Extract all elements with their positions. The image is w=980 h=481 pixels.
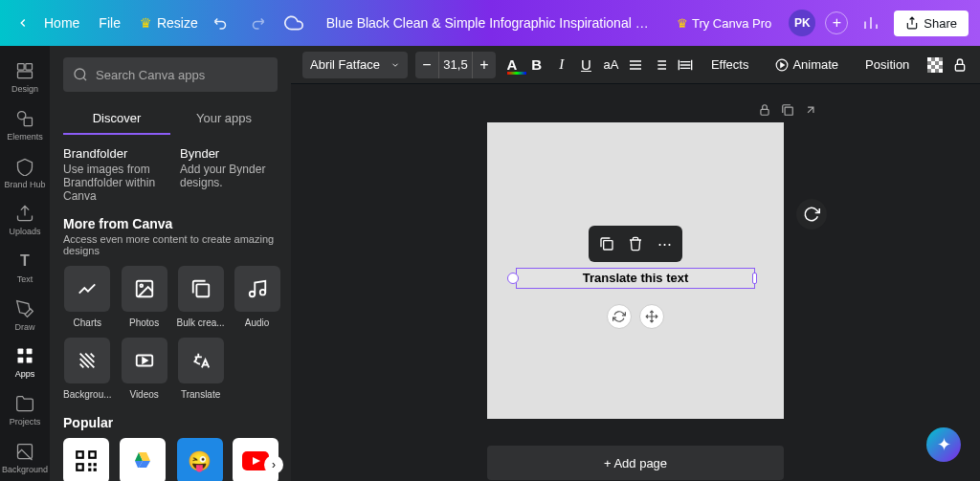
app-label: Charts — [63, 317, 112, 328]
app-title: Bynder — [180, 146, 278, 161]
svg-point-12 — [140, 284, 143, 287]
effects-button[interactable]: Effects — [702, 57, 759, 72]
background-icon — [14, 441, 35, 462]
app-bulk-create[interactable]: Bulk crea... — [177, 266, 225, 328]
delete-element-button[interactable] — [623, 231, 648, 256]
more-from-canva-title: More from Canva — [63, 216, 278, 231]
font-size-increase[interactable]: + — [473, 52, 496, 78]
font-size-decrease[interactable]: − — [415, 52, 438, 78]
canvas-page[interactable]: ⋯ Translate this text — [487, 122, 784, 419]
app-videos[interactable]: Videos — [122, 338, 167, 400]
translate-icon — [178, 338, 224, 383]
rail-elements[interactable]: Elements — [0, 101, 50, 149]
tab-your-apps[interactable]: Your apps — [170, 103, 278, 135]
svg-rect-31 — [935, 57, 939, 61]
list-button[interactable] — [652, 52, 669, 78]
text-color-button[interactable]: A — [503, 52, 521, 78]
file-menu[interactable]: File — [99, 15, 121, 31]
analytics-button[interactable] — [858, 10, 884, 36]
page-expand-button[interactable] — [804, 103, 817, 117]
cloud-status-icon[interactable] — [280, 10, 307, 36]
svg-rect-39 — [761, 109, 768, 115]
home-link[interactable]: Home — [44, 15, 79, 31]
videos-icon — [122, 338, 167, 383]
rail-uploads[interactable]: Uploads — [0, 196, 50, 244]
search-icon — [73, 67, 88, 82]
user-avatar[interactable]: PK — [789, 10, 815, 36]
try-pro-button[interactable]: ♛Try Canva Pro — [669, 12, 779, 34]
underline-button[interactable]: U — [578, 52, 595, 78]
more-element-button[interactable]: ⋯ — [652, 231, 677, 256]
apps-panel: Discover Your apps Brandfolder Use image… — [50, 46, 291, 481]
regenerate-button[interactable] — [796, 199, 827, 230]
app-label: Photos — [122, 317, 167, 328]
align-button[interactable] — [627, 52, 644, 78]
duplicate-element-button[interactable] — [594, 231, 619, 256]
page-duplicate-button[interactable] — [781, 103, 794, 117]
rail-draw[interactable]: Draw — [0, 291, 50, 339]
resize-button[interactable]: ♛Resize — [140, 15, 198, 31]
app-photos[interactable]: Photos — [122, 266, 167, 328]
gdrive-icon — [120, 438, 166, 481]
search-box[interactable] — [63, 57, 278, 92]
app-charts[interactable]: Charts — [63, 266, 112, 328]
back-button[interactable] — [11, 11, 34, 34]
popular-next-button[interactable]: › — [264, 455, 283, 474]
font-size-value[interactable]: 31,5 — [438, 52, 473, 78]
font-size-group: − 31,5 + — [415, 52, 496, 78]
svg-point-10 — [75, 69, 85, 79]
rail-label: Apps — [15, 369, 35, 379]
font-select[interactable]: Abril Fatface — [302, 52, 408, 78]
rail-background[interactable]: Background — [0, 433, 50, 481]
add-member-button[interactable]: + — [825, 11, 848, 34]
featured-brandfolder[interactable]: Brandfolder Use images from Brandfolder … — [63, 146, 161, 203]
move-button[interactable] — [639, 304, 664, 329]
italic-button[interactable]: I — [553, 52, 570, 78]
document-title[interactable]: Blue Black Clean & Simple Infographic In… — [317, 15, 659, 31]
projects-icon — [14, 393, 35, 414]
app-google-drive[interactable]: Google D... — [119, 438, 167, 481]
lock-button[interactable] — [951, 52, 969, 78]
svg-rect-1 — [26, 64, 33, 71]
app-title: Brandfolder — [63, 146, 161, 161]
position-button[interactable]: Position — [856, 57, 919, 72]
page-lock-button[interactable] — [758, 103, 771, 117]
svg-rect-26 — [94, 469, 97, 471]
color-swatch — [507, 72, 526, 75]
rail-label: Text — [17, 274, 33, 284]
tab-discover[interactable]: Discover — [63, 103, 170, 135]
rail-apps[interactable]: Apps — [0, 339, 50, 386]
sync-button[interactable] — [607, 304, 632, 329]
bold-button[interactable]: B — [528, 52, 546, 78]
resize-label: Resize — [157, 15, 198, 31]
svg-rect-7 — [18, 358, 24, 363]
rotate-handle[interactable] — [507, 273, 519, 284]
text-case-button[interactable]: aA — [602, 52, 619, 78]
resize-handle-right[interactable] — [752, 273, 757, 284]
add-page-button[interactable]: + Add page — [487, 446, 784, 480]
app-translate[interactable]: Translate — [177, 338, 225, 400]
share-button[interactable]: Share — [894, 11, 969, 36]
magic-fab-button[interactable]: ✦ — [926, 427, 961, 462]
rail-projects[interactable]: Projects — [0, 386, 50, 434]
svg-rect-20 — [90, 452, 94, 456]
app-desc-text: Use images from Brandfolder within Canva — [63, 163, 161, 203]
animate-button[interactable]: Animate — [766, 57, 848, 72]
app-emoji[interactable]: 😜Emoji — [177, 438, 223, 481]
brandhub-icon — [14, 156, 35, 177]
app-audio[interactable]: Audio — [234, 266, 280, 328]
search-input[interactable] — [96, 68, 268, 82]
svg-rect-0 — [18, 64, 25, 71]
featured-bynder[interactable]: Bynder Add your Bynder designs. — [180, 146, 278, 203]
spacing-button[interactable] — [677, 52, 694, 78]
text-element[interactable]: Translate this text — [516, 268, 755, 289]
transparency-button[interactable] — [926, 52, 944, 78]
rail-brandhub[interactable]: Brand Hub — [0, 148, 50, 196]
app-qrcode[interactable]: QR Code — [63, 438, 109, 481]
redo-button[interactable] — [244, 10, 271, 36]
rail-design[interactable]: Design — [0, 54, 50, 101]
app-backgrounds[interactable]: Backgrou... — [63, 338, 112, 400]
chevron-down-icon — [390, 60, 400, 70]
rail-text[interactable]: TText — [0, 244, 50, 292]
undo-button[interactable] — [208, 10, 234, 36]
